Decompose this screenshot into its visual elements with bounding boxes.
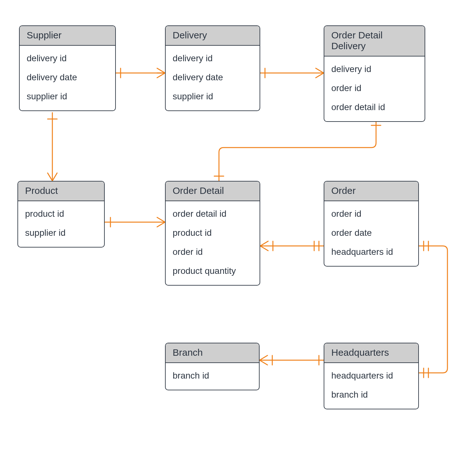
svg-line-7: [316, 68, 324, 73]
svg-line-32: [260, 355, 268, 360]
field: order date: [331, 223, 413, 242]
svg-line-18: [260, 241, 268, 246]
field: order id: [331, 79, 419, 98]
field: order id: [173, 242, 254, 261]
field: order detail id: [173, 204, 254, 223]
entity-title: Headquarters: [324, 343, 418, 363]
entity-title: Order Detail Delivery: [324, 26, 425, 56]
field: branch id: [173, 366, 253, 385]
entity-fields: branch id: [166, 363, 259, 390]
entity-branch[interactable]: Branch branch id: [165, 343, 260, 390]
field: delivery id: [27, 49, 109, 68]
entity-fields: headquarters id branch id: [324, 363, 418, 409]
field: product quantity: [173, 261, 254, 281]
entity-fields: delivery id order id order detail id: [324, 56, 425, 121]
svg-line-11: [48, 173, 52, 181]
field: supplier id: [25, 223, 98, 242]
field: product id: [173, 223, 254, 242]
field: delivery id: [173, 49, 254, 68]
field: order id: [331, 204, 413, 223]
entity-fields: delivery id delivery date supplier id: [20, 46, 115, 110]
field: delivery id: [331, 60, 419, 79]
entity-order[interactable]: Order order id order date headquarters i…: [324, 181, 419, 267]
entity-product[interactable]: Product product id supplier id: [17, 181, 105, 248]
svg-line-33: [260, 360, 268, 365]
entity-fields: order detail id product id order id prod…: [166, 201, 260, 285]
field: product id: [25, 204, 98, 223]
field: delivery date: [173, 68, 254, 87]
entity-fields: order id order date headquarters id: [324, 201, 418, 266]
entity-order-detail[interactable]: Order Detail order detail id product id …: [165, 181, 260, 286]
field: headquarters id: [331, 366, 413, 385]
svg-line-12: [52, 173, 57, 181]
field: branch id: [331, 385, 413, 404]
entity-title: Supplier: [20, 26, 115, 46]
entity-headquarters[interactable]: Headquarters headquarters id branch id: [324, 343, 419, 409]
entity-title: Order Detail: [166, 182, 260, 201]
field: delivery date: [27, 68, 109, 87]
entity-fields: delivery id delivery date supplier id: [166, 46, 260, 110]
entity-fields: product id supplier id: [18, 201, 104, 247]
entity-title: Product: [18, 182, 104, 201]
er-diagram-canvas: Supplier delivery id delivery date suppl…: [0, 0, 476, 476]
field: headquarters id: [331, 242, 413, 261]
field: supplier id: [27, 87, 109, 106]
svg-line-19: [260, 246, 268, 251]
entity-title: Order: [324, 182, 418, 201]
entity-delivery[interactable]: Delivery delivery id delivery date suppl…: [165, 25, 260, 111]
svg-line-8: [316, 73, 324, 78]
svg-line-15: [157, 217, 165, 222]
field: order detail id: [331, 98, 419, 117]
field: supplier id: [173, 87, 254, 106]
svg-line-2: [157, 68, 165, 73]
svg-line-3: [157, 73, 165, 78]
entity-title: Branch: [166, 343, 259, 363]
svg-line-16: [157, 222, 165, 227]
entity-title: Delivery: [166, 26, 260, 46]
entity-order-detail-delivery[interactable]: Order Detail Delivery delivery id order …: [324, 25, 425, 122]
entity-supplier[interactable]: Supplier delivery id delivery date suppl…: [19, 25, 116, 111]
